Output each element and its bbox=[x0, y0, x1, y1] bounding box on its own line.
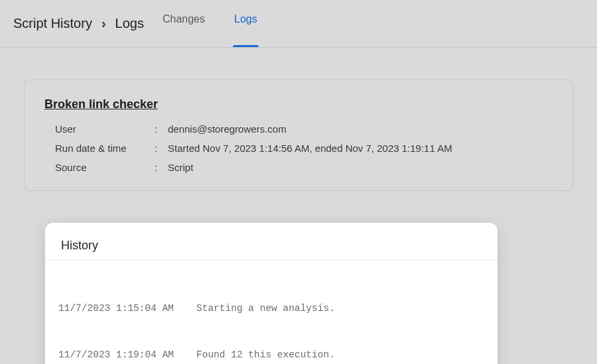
tabs: Changes Logs bbox=[160, 0, 260, 47]
script-title-link[interactable]: Broken link checker bbox=[44, 97, 553, 111]
meta-source-value: Script bbox=[168, 162, 553, 173]
history-timestamp: 11/7/2023 1:19:04 AM bbox=[58, 347, 184, 363]
history-entry: 11/7/2023 1:19:04 AM Found 12 this execu… bbox=[58, 347, 484, 363]
history-entry: 11/7/2023 1:15:04 AM Starting a new anal… bbox=[58, 301, 484, 316]
script-meta: User : dennis@storegrowers.com Run date … bbox=[44, 123, 553, 173]
content-area: Broken link checker User : dennis@storeg… bbox=[0, 48, 597, 191]
tab-logs-label: Logs bbox=[234, 13, 257, 25]
script-summary-card: Broken link checker User : dennis@storeg… bbox=[24, 80, 573, 191]
page-header: Script History › Logs Changes Logs bbox=[0, 0, 597, 48]
meta-colon: : bbox=[155, 123, 168, 135]
history-log: 11/7/2023 1:15:04 AM Starting a new anal… bbox=[45, 260, 498, 364]
history-message: Starting a new analysis. bbox=[196, 301, 335, 316]
meta-runtime-value: Started Nov 7, 2023 1:14:56 AM, ended No… bbox=[168, 143, 553, 154]
history-title: History bbox=[45, 223, 498, 260]
history-message: Found 12 this execution. bbox=[196, 347, 335, 363]
breadcrumb: Script History › Logs bbox=[13, 16, 144, 31]
meta-colon: : bbox=[155, 143, 168, 154]
meta-runtime-label: Run date & time bbox=[55, 143, 155, 154]
tab-logs[interactable]: Logs bbox=[232, 0, 260, 47]
meta-source-label: Source bbox=[55, 162, 155, 173]
breadcrumb-root[interactable]: Script History bbox=[13, 16, 92, 31]
history-card: History 11/7/2023 1:15:04 AM Starting a … bbox=[45, 223, 498, 364]
meta-colon: : bbox=[155, 162, 168, 173]
chevron-right-icon: › bbox=[101, 16, 106, 31]
breadcrumb-current: Logs bbox=[115, 16, 144, 31]
meta-user-label: User bbox=[55, 123, 155, 135]
tab-changes[interactable]: Changes bbox=[160, 0, 208, 47]
tab-changes-label: Changes bbox=[163, 13, 205, 25]
history-timestamp: 11/7/2023 1:15:04 AM bbox=[58, 301, 184, 316]
meta-user-value: dennis@storegrowers.com bbox=[168, 123, 553, 135]
